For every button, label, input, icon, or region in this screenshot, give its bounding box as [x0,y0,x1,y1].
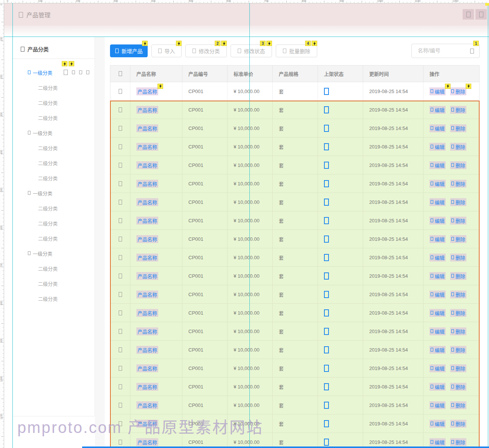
product-name-link[interactable]: 产品名称 [136,327,158,335]
delete-link[interactable]: 删除 [450,383,466,391]
sidebar-item-level2[interactable]: 二级分类 [13,261,95,276]
checkbox-icon[interactable] [119,89,122,94]
checkbox-icon[interactable] [119,255,122,260]
search-input[interactable] [412,44,479,57]
checkbox-icon[interactable] [119,144,122,149]
change-category-button[interactable]: 修改分类2 [185,44,227,57]
status-toggle-icon[interactable] [324,309,329,317]
product-name-link[interactable]: 产品名称 [136,180,158,188]
delete-link[interactable]: 删除 [450,420,466,428]
edit-link[interactable]: 编辑 [429,309,446,317]
sidebar-item-level1[interactable]: 一级分类 [13,185,95,200]
status-toggle-icon[interactable] [324,88,329,95]
delete-link[interactable]: 删除 [450,364,466,372]
checkbox-icon[interactable] [119,384,122,389]
status-toggle-icon[interactable] [324,217,329,224]
edit-link[interactable]: 编辑 [429,327,446,335]
checkbox-icon[interactable] [119,347,122,352]
product-name-link[interactable]: 产品名称 [136,401,158,409]
delete-link[interactable]: 删除 [450,346,466,354]
status-toggle-icon[interactable] [324,180,329,187]
status-toggle-icon[interactable] [324,402,329,409]
checkbox-icon[interactable] [119,403,122,408]
status-toggle-icon[interactable] [324,199,329,206]
delete-link[interactable]: 删除 [450,124,466,132]
edit-link[interactable]: 编辑 [429,346,446,354]
more-category-icon[interactable] [86,70,89,74]
product-name-link[interactable]: 产品名称 [136,291,158,298]
window-button[interactable] [463,9,474,20]
product-name-link[interactable]: 产品名称 [136,364,158,372]
checkbox-icon[interactable] [119,71,122,76]
delete-category-icon[interactable] [79,70,82,74]
edit-link[interactable]: 编辑 [429,87,446,95]
edit-link[interactable]: 编辑 [429,198,446,206]
edit-link[interactable]: 编辑 [429,291,446,298]
sidebar-item-level2[interactable]: 二级分类 [13,110,95,125]
delete-link[interactable]: 删除 [450,217,466,225]
sidebar-item-level2[interactable]: 二级分类 [13,200,95,216]
status-toggle-icon[interactable] [324,346,329,353]
checkbox-icon[interactable] [119,107,122,112]
checkbox-icon[interactable] [119,440,122,445]
sidebar-item-level2[interactable]: 二级分类 [13,140,95,155]
delete-link[interactable]: 删除 [450,327,466,335]
product-name-link[interactable]: 产品名称 [136,309,158,317]
edit-link[interactable]: 编辑 [429,217,446,225]
product-name-link[interactable]: 产品名称 [136,87,158,95]
product-name-link[interactable]: 产品名称 [136,383,158,391]
edit-link[interactable]: 编辑 [429,143,446,151]
sidebar-item-level1[interactable]: 一级分类 [13,65,95,80]
edit-link[interactable]: 编辑 [429,401,446,409]
batch-delete-button[interactable]: 批量删除4 [276,44,317,57]
change-status-button[interactable]: 修改状态3 [231,44,272,57]
status-toggle-icon[interactable] [324,143,329,150]
status-toggle-icon[interactable] [324,291,329,298]
status-toggle-icon[interactable] [324,383,329,390]
edit-link[interactable]: 编辑 [429,272,446,280]
edit-link[interactable]: 编辑 [429,438,446,446]
product-name-link[interactable]: 产品名称 [136,161,158,169]
edit-link[interactable]: 编辑 [429,364,446,372]
status-toggle-icon[interactable] [324,328,329,335]
delete-link[interactable]: 删除 [450,438,466,446]
status-toggle-icon[interactable] [324,439,329,446]
product-name-link[interactable]: 产品名称 [136,143,158,151]
add-product-button[interactable]: 新增产品 [110,44,148,57]
checkbox-icon[interactable] [119,292,122,297]
checkbox-icon[interactable] [119,421,122,426]
edit-category-icon[interactable] [72,70,75,74]
status-toggle-icon[interactable] [324,365,329,372]
checkbox-icon[interactable] [119,310,122,315]
delete-link[interactable]: 删除 [450,143,466,151]
close-button[interactable] [475,9,487,20]
edit-link[interactable]: 编辑 [429,106,446,114]
sidebar-item-level2[interactable]: 二级分类 [13,95,95,110]
checkbox-icon[interactable] [119,237,122,242]
product-name-link[interactable]: 产品名称 [136,124,158,132]
product-name-link[interactable]: 产品名称 [136,420,158,428]
delete-link[interactable]: 删除 [450,401,466,409]
status-toggle-icon[interactable] [324,420,329,427]
checkbox-icon[interactable] [119,274,122,278]
sidebar-item-level1[interactable]: 一级分类 [13,246,95,261]
checkbox-icon[interactable] [119,200,122,205]
delete-link[interactable]: 删除 [450,272,466,280]
delete-link[interactable]: 删除 [450,180,466,188]
delete-link[interactable]: 删除 [450,309,466,317]
delete-link[interactable]: 删除 [450,254,466,261]
checkbox-icon[interactable] [119,329,122,334]
delete-link[interactable]: 删除 [450,106,466,114]
search-icon[interactable] [470,49,474,54]
edit-link[interactable]: 编辑 [429,254,446,261]
product-name-link[interactable]: 产品名称 [136,346,158,354]
sidebar-item-level1[interactable]: 一级分类 [13,125,95,140]
sidebar-item-level2[interactable]: 二级分类 [13,231,95,246]
edit-link[interactable]: 编辑 [429,161,446,169]
product-name-link[interactable]: 产品名称 [136,217,158,225]
checkbox-icon[interactable] [119,163,122,168]
delete-link[interactable]: 删除 [450,198,466,206]
checkbox-icon[interactable] [119,126,122,131]
product-name-link[interactable]: 产品名称 [136,254,158,261]
delete-link[interactable]: 删除 [450,87,466,95]
